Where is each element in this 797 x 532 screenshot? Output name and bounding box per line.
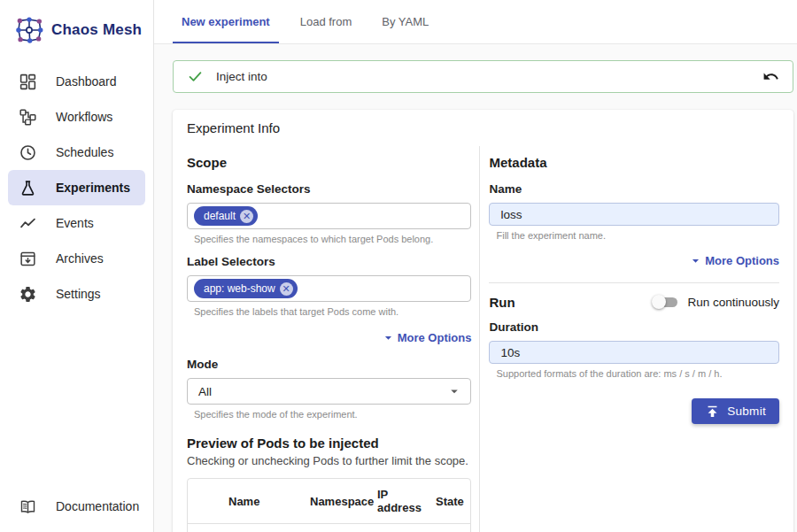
tab-label: New experiment	[182, 15, 270, 28]
gear-icon	[18, 284, 37, 304]
scope-column: Scope Namespace Selectors default ✕ Spec…	[187, 146, 479, 532]
flask-icon	[18, 178, 37, 197]
tab-new-experiment[interactable]: New experiment	[173, 0, 279, 43]
publish-icon	[705, 404, 720, 419]
inject-into-banner: Inject into	[173, 60, 793, 93]
undo-icon[interactable]	[762, 68, 779, 85]
sidebar-item-label: Schedules	[56, 145, 113, 159]
label-chip: app: web-show ✕	[194, 279, 298, 298]
experiment-form-card: Experiment Info Scope Namespace Selector…	[173, 110, 793, 532]
main-area: New experiment Load from By YAML Inject …	[154, 0, 797, 532]
column-header-ip: IP address	[372, 479, 430, 524]
sidebar-item-settings[interactable]: Settings	[8, 276, 145, 312]
namespace-selectors-helper: Specifies the namespaces to which target…	[194, 234, 471, 244]
duration-helper: Supported formats of the duration are: m…	[496, 368, 779, 379]
label-selectors-helper: Specifies the labels that target Pods co…	[194, 306, 471, 317]
sidebar-item-label: Dashboard	[56, 74, 117, 89]
sidebar-item-label: Events	[56, 216, 94, 230]
chaos-mesh-logo-icon	[13, 14, 45, 46]
app-logo: Chaos Mesh	[0, 0, 153, 50]
sidebar-item-label: Workflows	[56, 110, 112, 124]
chevron-down-icon	[688, 253, 703, 268]
tab-by-yaml[interactable]: By YAML	[373, 0, 437, 43]
tab-label: By YAML	[382, 15, 429, 28]
sidebar-item-workflows[interactable]: Workflows	[8, 99, 145, 135]
name-helper: Fill the experiment name.	[496, 230, 779, 241]
banner-label: Inject into	[216, 70, 267, 83]
sidebar-item-events[interactable]: Events	[8, 205, 145, 241]
mode-helper: Specifies the mode of the experiment.	[194, 409, 471, 420]
sidebar-item-label: Documentation	[56, 499, 139, 513]
workflows-icon	[18, 107, 37, 127]
pod-namespace-cell: default	[305, 524, 372, 532]
tab-load-from[interactable]: Load from	[291, 0, 361, 43]
sidebar-item-documentation[interactable]: Documentation	[8, 489, 145, 524]
label-selectors-input[interactable]: app: web-show ✕	[187, 275, 471, 302]
tab-label: Load from	[300, 15, 352, 28]
pod-state-cell: Running	[430, 524, 470, 532]
duration-value: 10s	[500, 346, 520, 359]
column-header-state: State	[430, 479, 470, 524]
chip-label: app: web-show	[204, 282, 275, 295]
preview-title: Preview of Pods to be injected	[187, 436, 471, 451]
submit-label: Submit	[727, 405, 766, 418]
form-title: Experiment Info	[187, 120, 779, 135]
scope-more-options-button[interactable]: More Options	[187, 330, 471, 345]
namespace-chip: default ✕	[194, 206, 258, 226]
checkbox-column-header	[188, 479, 223, 524]
table-header-row: Name Namespace IP address State	[188, 479, 470, 524]
chip-delete-icon[interactable]: ✕	[280, 282, 293, 296]
chevron-down-icon	[446, 383, 462, 399]
archive-icon	[18, 249, 37, 268]
mode-label: Mode	[187, 358, 471, 371]
metadata-column: Metadata Name loss Fill the experiment n…	[480, 146, 779, 532]
sidebar-item-label: Experiments	[56, 181, 130, 195]
metadata-title: Metadata	[489, 155, 779, 170]
experiment-name-input[interactable]: loss	[489, 203, 779, 226]
table-row: web-show-847895cc8f-q8m6w default 10.42.…	[188, 524, 470, 532]
line-chart-icon	[18, 213, 37, 233]
duration-label: Duration	[489, 320, 779, 334]
experiment-name-value: loss	[500, 208, 522, 221]
chip-label: default	[204, 210, 236, 222]
more-options-label: More Options	[398, 331, 472, 344]
pod-ip-cell: 10.42.0.17	[372, 524, 430, 532]
chip-delete-icon[interactable]: ✕	[240, 210, 253, 223]
dashboard-icon	[18, 72, 37, 91]
clock-icon	[18, 143, 37, 162]
column-header-name: Name	[223, 479, 305, 524]
label-selectors-label: Label Selectors	[187, 255, 471, 268]
namespace-selectors-label: Namespace Selectors	[187, 182, 471, 196]
tab-bar: New experiment Load from By YAML	[154, 0, 797, 44]
run-section-divider	[489, 282, 779, 283]
scope-title: Scope	[187, 155, 471, 170]
column-header-namespace: Namespace	[305, 479, 372, 524]
chevron-down-icon	[381, 330, 396, 345]
more-options-label: More Options	[705, 254, 779, 267]
sidebar-item-label: Archives	[56, 251, 104, 266]
sidebar-item-schedules[interactable]: Schedules	[8, 135, 145, 170]
namespace-selectors-input[interactable]: default ✕	[187, 203, 471, 229]
sidebar-item-experiments[interactable]: Experiments	[8, 170, 145, 205]
mode-select-value: All	[198, 385, 212, 398]
sidebar-item-archives[interactable]: Archives	[8, 241, 145, 276]
name-label: Name	[489, 182, 779, 196]
book-icon	[18, 497, 37, 516]
app-title: Chaos Mesh	[51, 21, 142, 39]
submit-button[interactable]: Submit	[692, 398, 779, 424]
mode-select[interactable]: All	[187, 378, 471, 405]
sidebar-nav: Dashboard Workflows Schedules	[0, 64, 153, 312]
pods-table: Name Namespace IP address State	[187, 478, 471, 532]
run-continuously-label: Run continuously	[687, 296, 779, 309]
preview-subtitle: Checking or unchecking Pods to further l…	[187, 454, 471, 467]
sidebar: Chaos Mesh Dashboard Workflows	[0, 0, 154, 532]
run-continuously-toggle[interactable]	[652, 294, 679, 310]
pod-name-cell: web-show-847895cc8f-q8m6w	[223, 524, 305, 532]
duration-input[interactable]: 10s	[489, 341, 779, 364]
run-title: Run	[489, 295, 515, 310]
sidebar-item-dashboard[interactable]: Dashboard	[8, 64, 145, 99]
sidebar-item-label: Settings	[56, 287, 101, 301]
metadata-more-options-button[interactable]: More Options	[489, 253, 779, 268]
check-icon	[187, 68, 204, 85]
